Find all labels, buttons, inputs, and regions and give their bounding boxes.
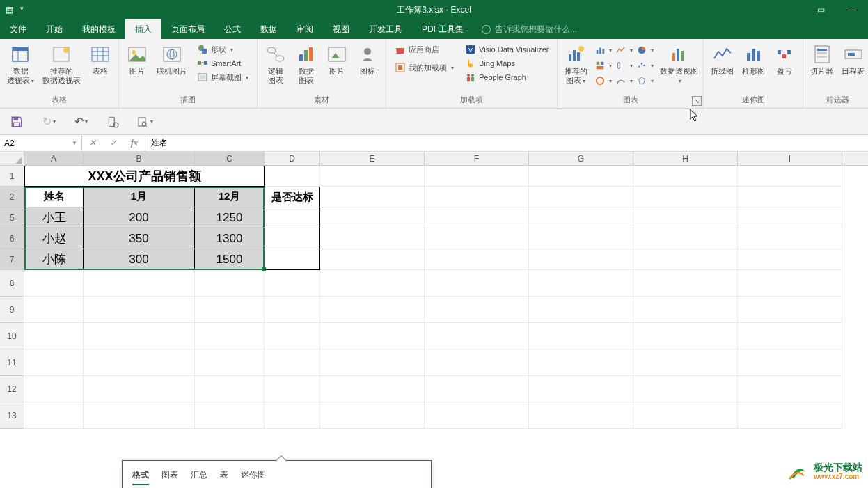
recommended-charts-button[interactable]: 推荐的 图表▾ xyxy=(562,42,590,87)
material-icon-button[interactable]: 图标 xyxy=(354,42,381,77)
cell[interactable] xyxy=(425,297,529,323)
qa-tab-chart[interactable]: 图表 xyxy=(161,469,178,485)
sparkline-winloss-button[interactable]: 盈亏 xyxy=(771,42,798,77)
col-header-e[interactable]: E xyxy=(320,152,425,165)
data-name[interactable]: 小赵 xyxy=(24,228,84,249)
cell[interactable] xyxy=(24,376,84,402)
cell[interactable] xyxy=(84,270,195,297)
cell[interactable] xyxy=(529,297,633,323)
touch-mode-button[interactable] xyxy=(104,113,121,130)
cell[interactable] xyxy=(195,402,265,429)
chart-combo-icon[interactable]: ▾ xyxy=(594,74,613,88)
visio-button[interactable]: VVisio Data Visualizer xyxy=(464,43,550,56)
tab-data[interactable]: 数据 xyxy=(251,19,287,39)
cell[interactable] xyxy=(84,297,195,323)
formula-input[interactable] xyxy=(151,139,862,148)
cell[interactable] xyxy=(738,207,842,228)
tab-review[interactable]: 审阅 xyxy=(287,19,323,39)
cell[interactable] xyxy=(738,402,842,429)
cell[interactable] xyxy=(24,349,84,376)
row-header[interactable]: 11 xyxy=(0,349,24,376)
row-header[interactable]: 7 xyxy=(0,249,24,270)
cell[interactable] xyxy=(84,376,195,402)
cell[interactable] xyxy=(265,166,320,187)
qa-tab-tables[interactable]: 表 xyxy=(220,469,228,485)
cell[interactable] xyxy=(633,323,738,349)
cell[interactable] xyxy=(425,187,529,207)
cell[interactable] xyxy=(24,297,84,323)
cell[interactable] xyxy=(265,297,320,323)
row-header[interactable]: 13 xyxy=(0,402,24,429)
cell[interactable] xyxy=(529,166,633,187)
material-picture-button[interactable]: 图片 xyxy=(323,42,351,77)
cell[interactable] xyxy=(320,297,425,323)
cell[interactable] xyxy=(425,402,529,429)
cell[interactable] xyxy=(738,228,842,249)
cell[interactable] xyxy=(633,166,738,187)
data-m1[interactable]: 300 xyxy=(84,249,195,270)
cell[interactable] xyxy=(320,166,425,187)
cell[interactable] xyxy=(738,297,842,323)
header-pass[interactable]: 是否达标 xyxy=(265,187,320,207)
pivot-chart-button[interactable]: 数据透视图▾ xyxy=(659,42,699,87)
cell[interactable] xyxy=(320,207,425,228)
tab-pagelayout[interactable]: 页面布局 xyxy=(161,19,214,39)
tab-developer[interactable]: 开发工具 xyxy=(359,19,412,39)
col-header-a[interactable]: A xyxy=(24,152,84,165)
name-box-dropdown-icon[interactable]: ▼ xyxy=(72,140,77,146)
cell[interactable] xyxy=(633,270,738,297)
select-all-corner[interactable] xyxy=(0,152,24,165)
data-m12[interactable]: 1500 xyxy=(195,249,265,270)
cancel-edit-button[interactable]: ✕ xyxy=(82,138,103,148)
cell[interactable] xyxy=(195,270,265,297)
chart-radar-icon[interactable]: ▾ xyxy=(636,74,655,88)
cell[interactable] xyxy=(738,270,842,297)
ribbon-display-icon[interactable]: ▭ xyxy=(805,5,837,15)
cell[interactable] xyxy=(633,207,738,228)
row-header[interactable]: 6 xyxy=(0,228,24,249)
col-header-d[interactable]: D xyxy=(265,152,320,165)
data-pass[interactable] xyxy=(265,249,320,270)
sparkline-column-button[interactable]: 柱形图 xyxy=(739,42,768,77)
cell[interactable] xyxy=(633,297,738,323)
print-preview-button[interactable]: ▾ xyxy=(136,113,153,130)
name-box[interactable]: ▼ xyxy=(0,135,82,151)
cell[interactable] xyxy=(84,349,195,376)
data-name[interactable]: 小陈 xyxy=(24,249,84,270)
cell[interactable] xyxy=(529,376,633,402)
cell[interactable] xyxy=(425,166,529,187)
chart-pie-icon[interactable]: ▾ xyxy=(636,43,655,57)
header-m12[interactable]: 12月 xyxy=(195,187,265,207)
cell[interactable] xyxy=(633,187,738,207)
save-button[interactable] xyxy=(8,113,25,130)
cell[interactable] xyxy=(320,376,425,402)
cell[interactable] xyxy=(84,402,195,429)
chart-bar-icon[interactable]: ▾ xyxy=(594,43,613,57)
cell[interactable] xyxy=(738,187,842,207)
cell[interactable] xyxy=(529,228,633,249)
tab-home[interactable]: 开始 xyxy=(36,19,72,39)
cell[interactable] xyxy=(633,376,738,402)
cell[interactable] xyxy=(265,376,320,402)
screenshot-button[interactable]: 屏幕截图▾ xyxy=(196,71,250,84)
chart-hier-icon[interactable]: ▾ xyxy=(594,58,613,72)
table-title[interactable]: XXX公司产品销售额 xyxy=(24,166,265,187)
cell[interactable] xyxy=(195,349,265,376)
row-header[interactable]: 12 xyxy=(0,376,24,402)
tab-file[interactable]: 文件 xyxy=(0,19,36,39)
cell[interactable] xyxy=(425,270,529,297)
data-m12[interactable]: 1250 xyxy=(195,207,265,228)
tab-formula[interactable]: 公式 xyxy=(214,19,251,39)
cell[interactable] xyxy=(24,402,84,429)
header-m1[interactable]: 1月 xyxy=(84,187,195,207)
table-button[interactable]: 表格 xyxy=(86,42,114,77)
cell[interactable] xyxy=(529,349,633,376)
cell[interactable] xyxy=(24,270,84,297)
shapes-button[interactable]: 形状▾ xyxy=(196,43,250,56)
cell[interactable] xyxy=(633,402,738,429)
redo-button[interactable]: ↻ ▾ xyxy=(40,113,57,130)
cell[interactable] xyxy=(195,297,265,323)
cell[interactable] xyxy=(320,270,425,297)
insert-function-button[interactable]: fx xyxy=(124,138,145,148)
cell[interactable] xyxy=(320,323,425,349)
